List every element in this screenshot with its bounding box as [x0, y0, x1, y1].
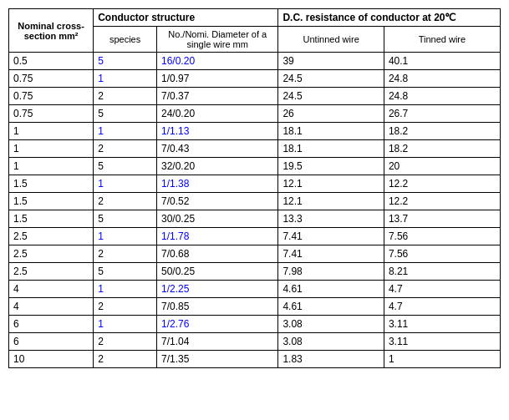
table-row: 1532/0.2019.520	[9, 158, 501, 175]
cell-tinned: 20	[384, 158, 500, 175]
table-row: 1.527/0.5212.112.2	[9, 193, 501, 210]
table-row: 0.7527/0.3724.524.8	[9, 88, 501, 105]
cell-species: 2	[94, 88, 157, 105]
cell-untinned: 12.1	[278, 175, 384, 193]
cell-nominal: 1.5	[9, 193, 94, 210]
cell-nomi: 1/2.76	[157, 316, 278, 333]
cell-tinned: 18.2	[384, 140, 500, 158]
cell-tinned: 7.56	[384, 228, 500, 245]
cell-species: 2	[94, 245, 157, 263]
table-row: 627/1.043.083.11	[9, 333, 501, 351]
header-conductor: Conductor structure	[94, 9, 278, 27]
cell-species: 1	[94, 281, 157, 298]
cell-species: 2	[94, 333, 157, 351]
cell-nominal: 4	[9, 281, 94, 298]
cell-tinned: 3.11	[384, 316, 500, 333]
header-species: species	[94, 27, 157, 53]
cell-species: 5	[94, 263, 157, 281]
cell-species: 1	[94, 316, 157, 333]
header-nominal: Nominal cross-section mm²	[9, 9, 94, 53]
cell-untinned: 3.08	[278, 316, 384, 333]
cell-untinned: 13.3	[278, 210, 384, 228]
cell-species: 2	[94, 298, 157, 316]
cell-tinned: 1	[384, 351, 500, 368]
cell-nominal: 0.75	[9, 88, 94, 105]
cell-species: 5	[94, 105, 157, 123]
cell-tinned: 24.8	[384, 70, 500, 88]
cell-nominal: 6	[9, 333, 94, 351]
cell-untinned: 12.1	[278, 193, 384, 210]
cell-nomi: 7/0.43	[157, 140, 278, 158]
cell-nomi: 24/0.20	[157, 105, 278, 123]
cell-nomi: 1/1.78	[157, 228, 278, 245]
cell-tinned: 26.7	[384, 105, 500, 123]
cell-nomi: 50/0.25	[157, 263, 278, 281]
table-row: 1.5530/0.2513.313.7	[9, 210, 501, 228]
cell-tinned: 8.21	[384, 263, 500, 281]
cell-nominal: 1	[9, 158, 94, 175]
cell-untinned: 7.98	[278, 263, 384, 281]
table-row: 0.5516/0.203940.1	[9, 53, 501, 70]
cell-nominal: 10	[9, 351, 94, 368]
table-row: 1.511/1.3812.112.2	[9, 175, 501, 193]
cell-untinned: 4.61	[278, 298, 384, 316]
cell-tinned: 3.11	[384, 333, 500, 351]
cell-nominal: 1	[9, 140, 94, 158]
cell-nominal: 0.75	[9, 105, 94, 123]
cell-untinned: 26	[278, 105, 384, 123]
cell-untinned: 18.1	[278, 123, 384, 140]
header-dc: D.C. resistance of conductor at 20℃	[278, 9, 501, 27]
cell-nomi: 1/1.38	[157, 175, 278, 193]
cell-species: 2	[94, 351, 157, 368]
cell-tinned: 4.7	[384, 281, 500, 298]
cell-untinned: 19.5	[278, 158, 384, 175]
cell-untinned: 7.41	[278, 245, 384, 263]
header-untinned: Untinned wire	[278, 27, 384, 53]
cell-nomi: 7/1.04	[157, 333, 278, 351]
cell-nomi: 7/0.68	[157, 245, 278, 263]
cell-species: 1	[94, 175, 157, 193]
cell-tinned: 4.7	[384, 298, 500, 316]
cell-nominal: 2.5	[9, 228, 94, 245]
table-row: 2.511/1.787.417.56	[9, 228, 501, 245]
cell-untinned: 39	[278, 53, 384, 70]
cell-untinned: 24.5	[278, 88, 384, 105]
cell-nominal: 4	[9, 298, 94, 316]
cell-untinned: 4.61	[278, 281, 384, 298]
cell-species: 1	[94, 70, 157, 88]
cell-nomi: 7/0.37	[157, 88, 278, 105]
cell-nominal: 6	[9, 316, 94, 333]
cell-untinned: 18.1	[278, 140, 384, 158]
cell-tinned: 24.8	[384, 88, 500, 105]
cell-nominal: 1.5	[9, 210, 94, 228]
cell-untinned: 1.83	[278, 351, 384, 368]
cell-untinned: 7.41	[278, 228, 384, 245]
cell-species: 2	[94, 140, 157, 158]
cell-species: 5	[94, 158, 157, 175]
cell-nomi: 1/2.25	[157, 281, 278, 298]
table-row: 2.5550/0.257.988.21	[9, 263, 501, 281]
cell-species: 1	[94, 123, 157, 140]
cell-nomi: 30/0.25	[157, 210, 278, 228]
table-row: 0.7511/0.9724.524.8	[9, 70, 501, 88]
cell-untinned: 3.08	[278, 333, 384, 351]
table-row: 1027/1.351.831	[9, 351, 501, 368]
header-tinned: Tinned wire	[384, 27, 500, 53]
cell-species: 5	[94, 53, 157, 70]
cell-nomi: 1/1.13	[157, 123, 278, 140]
header-nomi: No./Nomi. Diameter of a single wire mm	[157, 27, 278, 53]
cell-nomi: 32/0.20	[157, 158, 278, 175]
cell-nomi: 7/1.35	[157, 351, 278, 368]
cell-tinned: 12.2	[384, 175, 500, 193]
cell-tinned: 13.7	[384, 210, 500, 228]
cell-tinned: 40.1	[384, 53, 500, 70]
cell-species: 1	[94, 228, 157, 245]
main-table: Nominal cross-section mm² Conductor stru…	[8, 8, 501, 368]
table-row: 611/2.763.083.11	[9, 316, 501, 333]
cell-species: 2	[94, 193, 157, 210]
table-row: 111/1.1318.118.2	[9, 123, 501, 140]
cell-nominal: 0.5	[9, 53, 94, 70]
table-row: 0.75524/0.202626.7	[9, 105, 501, 123]
cell-nomi: 16/0.20	[157, 53, 278, 70]
cell-nominal: 2.5	[9, 245, 94, 263]
